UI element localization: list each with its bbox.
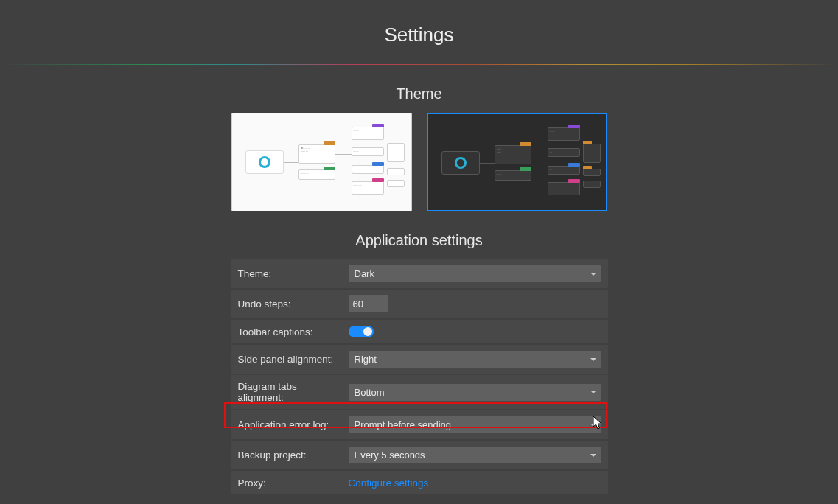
- caret-icon: [590, 391, 596, 393]
- caret-icon: [590, 358, 596, 361]
- caret-icon: [590, 273, 596, 276]
- theme-option-dark[interactable]: ▭ ▭▭ ▭ — — — — — — — —: [427, 113, 607, 211]
- label-undo-steps: Undo steps:: [231, 289, 341, 319]
- row-backup-project: Backup project: Every 5 seconds: [231, 440, 608, 470]
- theme-option-light[interactable]: �— — —▭ ▭ ▭ — — — — — — — — — — — —: [231, 113, 412, 211]
- select-backup-value: Every 5 seconds: [355, 449, 425, 461]
- label-backup: Backup project:: [231, 440, 341, 470]
- label-toolbar-captions: Toolbar captions:: [231, 319, 341, 344]
- select-diagram-tabs-value: Bottom: [355, 387, 385, 398]
- page-title: Settings: [0, 0, 838, 64]
- label-theme: Theme:: [231, 259, 341, 289]
- label-error-log: Application error log:: [231, 410, 341, 440]
- select-theme-value: Dark: [355, 268, 374, 279]
- link-proxy-configure[interactable]: Configure settings: [349, 477, 429, 489]
- label-side-panel: Side panel alignment:: [231, 344, 341, 374]
- select-theme[interactable]: Dark: [349, 265, 601, 282]
- select-diagram-tabs[interactable]: Bottom: [349, 384, 601, 401]
- row-error-log: Application error log: Prompt before sen…: [231, 410, 608, 440]
- toggle-toolbar-captions[interactable]: [349, 326, 374, 337]
- row-diagram-tabs-alignment: Diagram tabs alignment: Bottom: [231, 374, 608, 410]
- select-side-panel-value: Right: [355, 354, 377, 365]
- label-proxy: Proxy:: [231, 470, 341, 495]
- row-toolbar-captions: Toolbar captions:: [231, 319, 608, 344]
- toggle-knob: [363, 327, 372, 336]
- row-undo-steps: Undo steps:: [231, 289, 608, 319]
- caret-icon: [590, 424, 596, 427]
- caret-icon: [590, 454, 596, 457]
- input-undo-steps[interactable]: [349, 295, 388, 312]
- theme-preview-row: �— — —▭ ▭ ▭ — — — — — — — — — — — — ▭ ▭▭…: [0, 113, 838, 211]
- header-divider: [0, 64, 838, 65]
- select-error-log-value: Prompt before sending: [355, 419, 452, 430]
- app-settings-title: Application settings: [0, 232, 838, 249]
- theme-section-title: Theme: [0, 85, 838, 102]
- row-theme: Theme: Dark: [231, 259, 608, 289]
- select-side-panel[interactable]: Right: [349, 351, 601, 368]
- app-settings-table: Theme: Dark Undo steps: Toolbar captions…: [231, 259, 608, 496]
- row-side-panel-alignment: Side panel alignment: Right: [231, 344, 608, 374]
- label-diagram-tabs: Diagram tabs alignment:: [231, 374, 341, 410]
- select-backup[interactable]: Every 5 seconds: [349, 447, 601, 463]
- select-error-log[interactable]: Prompt before sending: [349, 416, 601, 433]
- row-proxy: Proxy: Configure settings: [231, 470, 608, 495]
